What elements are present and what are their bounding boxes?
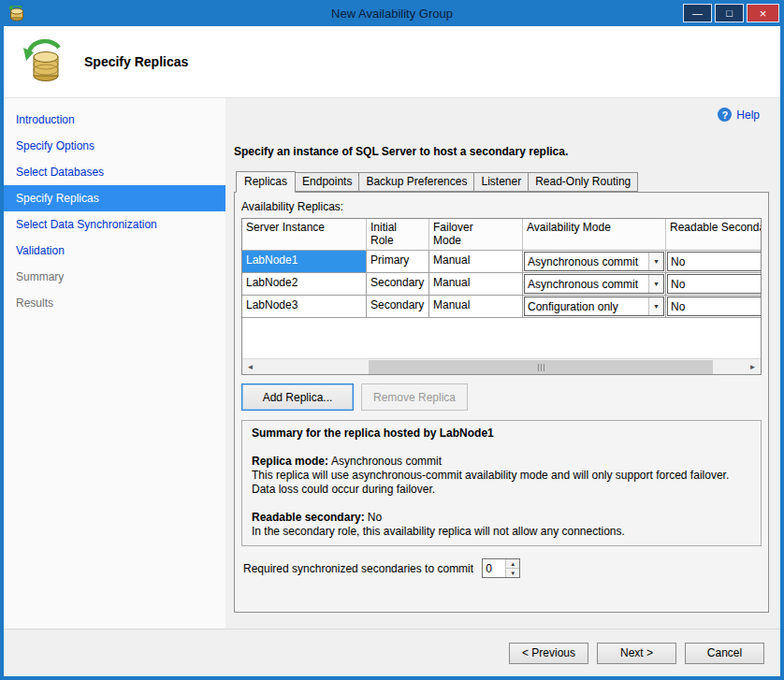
tab-strip: Replicas Endpoints Backup Preferences Li… (234, 171, 769, 192)
replica-actions: Add Replica... Remove Replica (241, 383, 762, 411)
scrollbar-thumb[interactable] (369, 360, 713, 374)
cell-failover-mode[interactable]: Manual (429, 273, 523, 296)
sidebar-item-select-databases[interactable]: Select Databases (4, 159, 225, 185)
client-area: Specify Replicas Introduction Specify Op… (4, 26, 780, 676)
previous-button[interactable]: < Previous (509, 643, 588, 664)
cell-availability-mode: Asynchronous commit ▼ (523, 251, 666, 273)
readable-secondary-description: In the secondary role, this availability… (252, 525, 751, 539)
table-row-labnode3: LabNode3 Secondary Manual Configuration … (242, 296, 762, 318)
required-secondaries-spinner: ▲ ▼ (482, 558, 520, 578)
column-header-initial-role: Initial Role (367, 219, 429, 251)
grid-header-row: Server Instance Initial Role Failover Mo… (242, 219, 762, 251)
readable-secondary-value: No (368, 511, 382, 524)
readable-secondary-select[interactable]: No ▼ (667, 252, 762, 271)
sidebar-item-select-data-synchronization[interactable]: Select Data Synchronization (4, 211, 225, 238)
tab-read-only-routing[interactable]: Read-Only Routing (528, 172, 638, 192)
cell-initial-role[interactable]: Secondary (367, 296, 429, 318)
minimize-button[interactable]: — (683, 4, 712, 22)
window-title: New Availability Group (4, 7, 780, 21)
scroll-right-button[interactable]: ► (745, 360, 761, 374)
help-icon: ? (718, 108, 732, 122)
table-row-labnode1: LabNode1 Primary Manual Asynchronous com… (242, 251, 762, 273)
replica-mode-description: This replica will use asynchronous-commi… (252, 469, 751, 497)
availability-mode-select[interactable]: Asynchronous commit ▼ (524, 252, 664, 271)
cell-server-instance[interactable]: LabNode3 (242, 296, 367, 318)
tab-endpoints[interactable]: Endpoints (295, 172, 359, 192)
tab-replicas[interactable]: Replicas (236, 171, 296, 193)
cell-failover-mode[interactable]: Manual (429, 251, 523, 273)
cell-availability-mode: Configuration only ▼ (523, 296, 666, 318)
readable-secondary-line: Readable secondary:No (252, 511, 751, 525)
scroll-left-button[interactable]: ◄ (242, 360, 258, 374)
page-title: Specify Replicas (84, 54, 188, 69)
help-label: Help (736, 109, 760, 122)
replica-mode-label: Replica mode: (252, 455, 328, 468)
replica-mode-value: Asynchronous commit (331, 455, 442, 468)
close-icon: × (760, 7, 767, 20)
table-row-labnode2: LabNode2 Secondary Manual Asynchronous c… (242, 273, 762, 296)
sidebar-item-specify-replicas[interactable]: Specify Replicas (4, 185, 225, 211)
maximize-button[interactable]: □ (715, 4, 744, 22)
spinner-buttons: ▲ ▼ (505, 559, 519, 577)
combo-value: No (668, 255, 762, 268)
scroll-left-icon: ◄ (247, 363, 254, 371)
replica-summary-panel: Summary for the replica hosted by LabNod… (241, 420, 762, 546)
sidebar-item-summary: Summary (4, 264, 225, 290)
required-secondaries-label: Required synchronized secondaries to com… (243, 562, 473, 575)
cell-initial-role[interactable]: Secondary (367, 273, 429, 296)
combo-value: Asynchronous commit (525, 255, 648, 268)
replica-database-icon (22, 38, 66, 85)
sidebar-item-specify-options[interactable]: Specify Options (4, 133, 225, 159)
column-header-availability-mode: Availability Mode (523, 219, 666, 251)
spin-up-icon: ▲ (510, 561, 515, 567)
combo-value: No (668, 278, 762, 291)
cell-server-instance[interactable]: LabNode2 (242, 273, 367, 296)
spin-up-button[interactable]: ▲ (506, 559, 519, 569)
sidebar-item-validation[interactable]: Validation (4, 238, 225, 264)
cell-failover-mode[interactable]: Manual (429, 296, 523, 318)
wizard-footer: < Previous Next > Cancel (4, 629, 780, 676)
minimize-icon: — (692, 8, 703, 19)
availability-mode-select[interactable]: Configuration only ▼ (524, 297, 664, 316)
thumb-grip (541, 364, 542, 371)
availability-replicas-label: Availability Replicas: (241, 200, 762, 213)
thumb-grip (544, 364, 544, 371)
summary-title: Summary for the replica hosted by LabNod… (252, 427, 751, 441)
close-button[interactable]: × (747, 4, 779, 22)
cancel-button[interactable]: Cancel (685, 643, 764, 664)
availability-mode-select[interactable]: Asynchronous commit ▼ (524, 274, 664, 294)
cell-availability-mode: Asynchronous commit ▼ (523, 273, 666, 296)
readable-secondary-select[interactable]: No ▼ (667, 274, 762, 294)
tab-listener[interactable]: Listener (473, 172, 529, 192)
new-availability-group-window: New Availability Group — □ × Specify Rep… (0, 0, 784, 680)
add-replica-button[interactable]: Add Replica... (241, 383, 354, 411)
app-icon[interactable] (8, 6, 25, 22)
column-header-readable-secondary: Readable Secondary (666, 219, 762, 251)
column-header-server-instance: Server Instance (242, 219, 367, 251)
replicas-grid-inner: Server Instance Initial Role Failover Mo… (242, 219, 762, 318)
cell-initial-role[interactable]: Primary (367, 251, 429, 273)
combo-value: No (668, 300, 762, 313)
help-link[interactable]: ? Help (718, 108, 760, 122)
sidebar-item-introduction[interactable]: Introduction (4, 107, 225, 133)
cell-readable-secondary: No ▼ (666, 251, 762, 273)
wizard-header: Specify Replicas (4, 26, 780, 98)
horizontal-scrollbar[interactable]: ◄ ► (242, 358, 761, 374)
spin-down-button[interactable]: ▼ (506, 569, 519, 577)
wizard-body: Introduction Specify Options Select Data… (4, 98, 780, 629)
cell-readable-secondary: No ▼ (666, 296, 762, 318)
tab-backup-preferences[interactable]: Backup Preferences (358, 172, 474, 192)
required-secondaries-row: Required synchronized secondaries to com… (241, 558, 762, 578)
chevron-down-icon: ▼ (648, 253, 663, 270)
remove-replica-button: Remove Replica (361, 383, 468, 411)
cell-server-instance[interactable]: LabNode1 (242, 251, 367, 273)
readable-secondary-select[interactable]: No ▼ (667, 297, 762, 316)
next-button[interactable]: Next > (597, 643, 676, 664)
replica-mode-line: Replica mode:Asynchronous commit (252, 455, 751, 469)
main-panel: ? Help Specify an instance of SQL Server… (225, 98, 780, 629)
required-secondaries-input[interactable] (483, 559, 505, 577)
sidebar-item-results: Results (4, 290, 225, 316)
title-bar: New Availability Group — □ × (4, 0, 780, 26)
spin-down-icon: ▼ (510, 571, 515, 576)
combo-value: Asynchronous commit (525, 278, 648, 291)
